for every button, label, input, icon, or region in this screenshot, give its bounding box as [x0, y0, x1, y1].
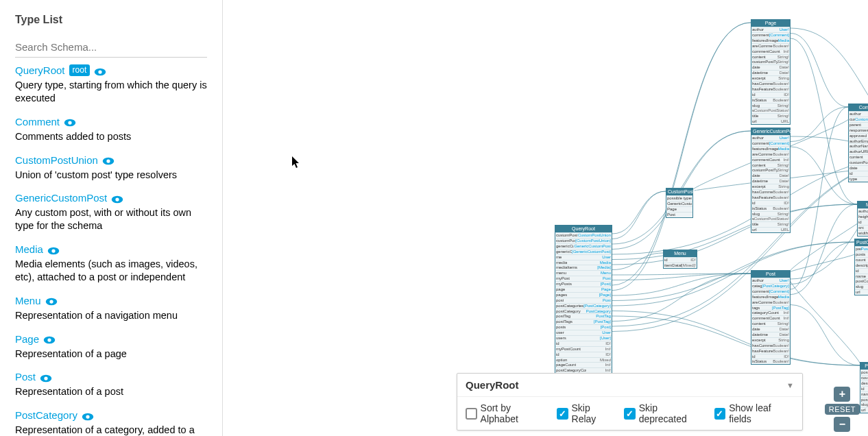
eye-icon[interactable]	[47, 245, 60, 254]
node-field[interactable]: idID!	[751, 354, 790, 359]
node-field[interactable]: GenericCustomPost	[666, 201, 692, 206]
node-field[interactable]: slugString!	[860, 402, 868, 407]
node-field[interactable]: authorNameString	[849, 143, 868, 149]
node-field[interactable]: customPostTypeString!	[751, 59, 790, 64]
node-field[interactable]: pagePage	[555, 287, 612, 292]
node-header[interactable]: GenericCustomPost	[751, 128, 790, 135]
node-field[interactable]: mediaItems[Media]	[555, 265, 612, 270]
node-field[interactable]: slugString!	[751, 103, 790, 108]
type-link[interactable]: QueryRoot	[15, 64, 65, 76]
node-field[interactable]: customPostCustomPostUnion!	[849, 117, 868, 122]
node-field[interactable]: hasCommentsBoolean!	[751, 189, 790, 195]
zoom-in-button[interactable]: +	[834, 387, 850, 402]
node-field[interactable]: idID!	[855, 268, 868, 274]
node-field[interactable]: widthInt!	[858, 230, 868, 236]
type-link[interactable]: Page	[15, 333, 39, 345]
eye-icon[interactable]	[82, 411, 94, 420]
schema-node-Media[interactable]: MediaauthorUser!heightInt!idID!srcURL!wi…	[857, 201, 868, 237]
node-field[interactable]: menuMenu	[555, 270, 612, 276]
schema-node-PostTag[interactable]: PostTagposts[Post]countInt!descriptionSt…	[860, 362, 868, 413]
node-field[interactable]: datetimeDate!	[751, 70, 790, 75]
node-field[interactable]: dateDate!	[751, 326, 790, 332]
node-field[interactable]: myPostCountInt!	[555, 346, 612, 352]
node-field[interactable]: postPost	[555, 298, 612, 303]
node-field[interactable]: postCategoryPostCategory	[555, 308, 612, 314]
node-field[interactable]: commentCountInt!	[751, 315, 790, 321]
node-field[interactable]: dateDate!	[751, 64, 790, 70]
node-field[interactable]: isStatusBoolean!	[751, 359, 790, 364]
node-field[interactable]: slugString!	[751, 211, 790, 217]
node-header[interactable]: CustomPostUnion	[666, 189, 692, 195]
node-field[interactable]: idID!	[555, 341, 612, 346]
schema-node-Comment[interactable]: CommentauthorUser!customPostCustomPostUn…	[848, 104, 868, 182]
node-field[interactable]: meUser	[555, 254, 612, 260]
node-field[interactable]: urlURL	[860, 407, 868, 413]
node-field[interactable]: comments[Comment]	[751, 32, 790, 38]
node-field[interactable]: contentString!	[849, 154, 868, 160]
node-field[interactable]: postTagPostTag	[555, 313, 612, 319]
node-field[interactable]: genericCustomPosts[GenericCustomPost]	[555, 249, 612, 254]
type-link[interactable]: CustomPostUnion	[15, 154, 98, 166]
node-field[interactable]: featuredImageMedia	[751, 38, 790, 43]
eye-icon[interactable]	[111, 194, 123, 202]
node-field[interactable]: myPosts[Post]	[555, 281, 612, 287]
eye-icon[interactable]	[43, 335, 56, 343]
zoom-reset-button[interactable]: RESET	[825, 404, 860, 415]
node-field[interactable]: userUser	[555, 330, 612, 335]
node-field[interactable]: comments[Comment]	[751, 141, 790, 146]
node-field[interactable]: authorUser!	[751, 27, 790, 32]
node-field[interactable]: heightInt!	[858, 214, 868, 219]
node-field[interactable]: postTags[PostTag]	[555, 319, 612, 324]
skip-deprecated-checkbox[interactable]: Skip deprecated	[624, 402, 706, 424]
node-field[interactable]: urlURL	[855, 289, 868, 295]
schema-node-GenericCustomPost[interactable]: GenericCustomPostauthorUser!comments[Com…	[751, 128, 791, 233]
node-field[interactable]: dateDate!	[849, 165, 868, 171]
graph-canvas[interactable]: QueryRootcustomPostCustomPostUnioncustom…	[224, 0, 868, 436]
node-field[interactable]: idID!	[751, 92, 790, 97]
node-field[interactable]: parentPostCategory	[855, 246, 868, 252]
node-field[interactable]: categoryCountInt!	[751, 310, 790, 315]
node-field[interactable]: pages[Page]	[555, 292, 612, 298]
type-link[interactable]: Comment	[15, 116, 60, 128]
node-field[interactable]: idID!	[860, 386, 868, 391]
node-field[interactable]: authorEmailEmail	[849, 138, 868, 144]
type-link[interactable]: GenericCustomPost	[15, 192, 107, 204]
node-field[interactable]: pageCountInt!	[555, 362, 612, 367]
node-field[interactable]: responses[Comment]	[849, 128, 868, 133]
node-field[interactable]: hasFeaturedImageBoolean!	[751, 195, 790, 200]
node-field[interactable]: hasFeaturedImageBoolean!	[751, 348, 790, 354]
node-field[interactable]: titleString!	[751, 221, 790, 227]
node-field[interactable]: comments[Comment]	[751, 289, 790, 294]
node-header[interactable]: QueryRoot	[555, 226, 612, 232]
node-field[interactable]: commentCountInt!	[751, 49, 790, 54]
node-field[interactable]: srcURL!	[858, 225, 868, 230]
node-field[interactable]: isStatusBoolean!	[751, 97, 790, 103]
node-field[interactable]: commentCountInt!	[751, 157, 790, 162]
node-field[interactable]: tags[PostTag]	[751, 305, 790, 311]
node-field[interactable]: idID!	[849, 171, 868, 176]
node-field[interactable]: hasCommentsBoolean!	[751, 343, 790, 348]
schema-node-Post[interactable]: PostauthorUser!categories[PostCategory]c…	[751, 270, 791, 365]
node-field[interactable]: countInt!	[860, 375, 868, 380]
node-field[interactable]: postCountInt!	[855, 278, 868, 284]
node-field[interactable]: areCommentsOpenBoolean!	[751, 43, 790, 49]
node-field[interactable]: dateDate!	[751, 173, 790, 178]
node-field[interactable]: areCommentsOpenBoolean!	[751, 152, 790, 157]
show-leaf-checkbox[interactable]: Show leaf fields	[714, 402, 794, 424]
node-field[interactable]: myPostPost	[555, 276, 612, 281]
node-field[interactable]: idID!	[555, 352, 612, 357]
node-field[interactable]: urlURL	[751, 119, 790, 124]
node-field[interactable]: categories[PostCategory]	[751, 283, 790, 289]
node-field[interactable]: statusCustomPostStatus!	[751, 216, 790, 221]
node-header[interactable]: Media	[858, 202, 868, 208]
node-field[interactable]: countInt!	[855, 257, 868, 263]
eye-icon[interactable]	[40, 373, 52, 381]
type-link[interactable]: Post	[15, 371, 36, 383]
eye-icon[interactable]	[102, 156, 114, 164]
node-field[interactable]: itemDataEntries[Mixed]!	[664, 263, 697, 268]
node-header[interactable]: Menu	[664, 250, 697, 257]
node-field[interactable]: idID!	[664, 257, 697, 263]
node-field[interactable]: optionMixed	[555, 357, 612, 363]
node-field[interactable]: excerptString	[751, 184, 790, 189]
schema-node-CustomPostUnion[interactable]: CustomPostUnionpossible typesGenericCust…	[666, 188, 693, 218]
